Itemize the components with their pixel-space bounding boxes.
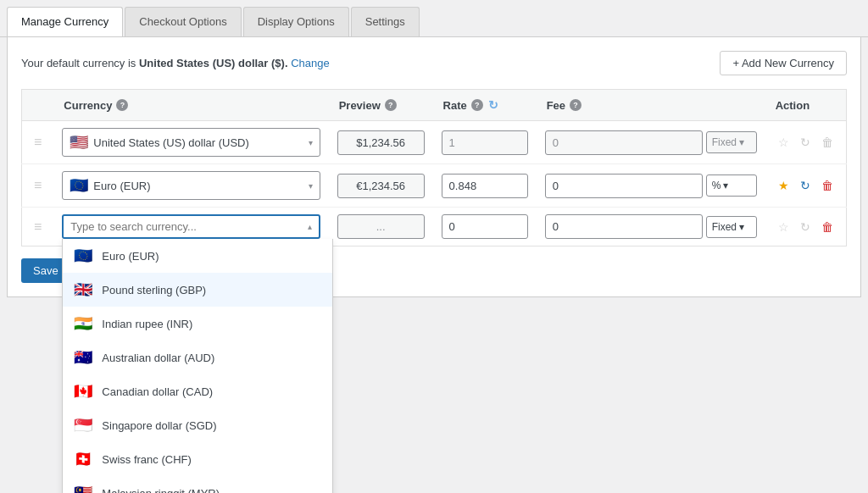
dropdown-flag: 🇪🇺 — [73, 246, 93, 265]
fee-type-chevron-new: ▾ — [739, 221, 744, 233]
fee-type-select-eur[interactable]: % ▾ — [706, 174, 757, 197]
currency-help-icon[interactable]: ? — [116, 99, 128, 111]
rate-cell-eur — [433, 164, 537, 208]
rate-refresh-icon[interactable]: ↻ — [488, 98, 498, 112]
flag-eur: 🇪🇺 — [70, 176, 88, 195]
action-icons-usd: ☆ ↻ 🗑 — [774, 134, 837, 151]
drag-handle-cell-new: ≡ — [22, 208, 54, 246]
dropdown-item[interactable]: 🇲🇾 Malaysian ringgit (MYR) — [63, 476, 332, 493]
preview-header-label: Preview — [339, 99, 381, 112]
preview-cell-usd — [329, 121, 433, 164]
dropdown-flag: 🇨🇦 — [73, 382, 93, 401]
content-area: Your default currency is United States (… — [7, 37, 861, 297]
tab-display-options[interactable]: Display Options — [243, 7, 349, 36]
trash-icon-eur[interactable]: 🗑 — [819, 177, 836, 194]
dropdown-item[interactable]: 🇨🇭 Swiss franc (CHF) — [63, 442, 332, 476]
tab-settings[interactable]: Settings — [351, 7, 420, 36]
drag-handle-cell: ≡ — [22, 164, 54, 208]
fee-type-chevron-eur: ▾ — [723, 180, 728, 191]
star-icon-new[interactable]: ☆ — [775, 219, 792, 235]
dropdown-flag: 🇨🇭 — [73, 450, 93, 468]
fee-input-usd — [545, 130, 703, 155]
dropdown-item-label: Pound sterling (GBP) — [102, 284, 206, 296]
table-row-new: ≡ ▴ 🇪🇺 Euro (EUR) — [22, 208, 847, 246]
fee-input-eur[interactable] — [545, 174, 703, 198]
chevron-down-icon: ▾ — [309, 181, 313, 191]
action-cell-eur: ★ ↻ 🗑 — [765, 164, 847, 208]
currency-select-eur[interactable]: 🇪🇺 Euro (EUR) ▾ — [62, 171, 320, 200]
rate-input-new[interactable] — [442, 214, 528, 239]
th-action: Action — [765, 90, 847, 121]
currency-select-usd[interactable]: 🇺🇸 United States (US) dollar (USD) ▾ — [62, 128, 320, 157]
dropdown-item[interactable]: 🇨🇦 Canadian dollar (CAD) — [63, 374, 332, 408]
fee-type-select-usd: Fixed ▾ — [706, 131, 757, 153]
th-preview: Preview ? — [329, 90, 433, 121]
change-link[interactable]: Change — [291, 57, 330, 69]
preview-cell-new — [329, 208, 433, 246]
currency-header-label: Currency — [64, 99, 112, 112]
rate-cell-new — [433, 208, 537, 246]
dropdown-item-label: Swiss franc (CHF) — [102, 453, 191, 466]
fee-wrapper-usd: Fixed ▾ — [545, 130, 757, 155]
currency-cell-usd: 🇺🇸 United States (US) dollar (USD) ▾ — [53, 121, 328, 164]
action-icons-new: ☆ ↻ 🗑 — [774, 219, 837, 235]
fee-type-select-new[interactable]: Fixed ▾ — [706, 216, 757, 238]
tabs-bar: Manage Currency Checkout Options Display… — [0, 0, 868, 37]
currency-search-input[interactable] — [70, 220, 302, 233]
th-fee: Fee ? — [537, 90, 765, 121]
dropdown-item[interactable]: 🇬🇧 Pound sterling (GBP) — [63, 273, 332, 307]
fee-wrapper-new: Fixed ▾ — [545, 214, 757, 239]
th-currency: Currency ? — [53, 90, 328, 121]
add-new-currency-button[interactable]: + Add New Currency — [720, 51, 847, 75]
fee-type-chevron-usd: ▾ — [739, 136, 744, 148]
dropdown-item-label: Canadian dollar (CAD) — [102, 385, 213, 398]
page-wrapper: Manage Currency Checkout Options Display… — [0, 0, 868, 297]
currency-search-wrapper[interactable]: ▴ — [62, 214, 320, 239]
dropdown-item[interactable]: 🇪🇺 Euro (EUR) — [63, 239, 332, 273]
dropdown-flag: 🇬🇧 — [73, 280, 93, 299]
rate-input-eur[interactable] — [442, 174, 528, 198]
currency-name-usd: United States (US) dollar (USD) — [93, 136, 303, 149]
fee-type-label-eur: % — [712, 180, 721, 191]
fee-help-icon[interactable]: ? — [570, 99, 581, 111]
star-icon-eur[interactable]: ★ — [775, 177, 792, 194]
currency-table: Currency ? Preview ? Rate ? — [21, 89, 847, 246]
refresh-icon-usd[interactable]: ↻ — [797, 134, 814, 151]
star-icon-usd[interactable]: ☆ — [775, 134, 792, 151]
preview-input-usd — [337, 130, 425, 155]
fee-input-new[interactable] — [545, 214, 703, 239]
fee-header-label: Fee — [547, 99, 565, 112]
dropdown-item[interactable]: 🇸🇬 Singapore dollar (SGD) — [63, 408, 332, 442]
refresh-icon-new[interactable]: ↻ — [797, 219, 814, 235]
dropdown-flag: 🇮🇳 — [73, 314, 93, 333]
trash-icon-usd[interactable]: 🗑 — [819, 134, 836, 151]
fee-cell-new: Fixed ▾ — [537, 208, 765, 246]
default-currency-name: United States (US) dollar ($). — [139, 57, 288, 69]
dropdown-item[interactable]: 🇦🇺 Australian dollar (AUD) — [63, 341, 332, 374]
preview-input-eur — [337, 174, 425, 198]
fee-type-label-new: Fixed — [712, 221, 737, 233]
rate-help-icon[interactable]: ? — [471, 99, 483, 111]
drag-handle-icon[interactable]: ≡ — [31, 135, 45, 149]
drag-handle-icon[interactable]: ≡ — [31, 178, 45, 192]
preview-cell-eur — [329, 164, 433, 208]
rate-header-label: Rate — [443, 99, 467, 112]
currency-cell-eur: 🇪🇺 Euro (EUR) ▾ — [53, 164, 328, 208]
currency-dropdown-wrapper: ▴ 🇪🇺 Euro (EUR) 🇬🇧 Pound sterling (GBP) — [62, 214, 320, 239]
action-header-label: Action — [776, 99, 810, 112]
dropdown-item[interactable]: 🇮🇳 Indian rupee (INR) — [63, 307, 332, 341]
info-text: Your default currency is United States (… — [21, 57, 330, 69]
dropdown-item-label: Singapore dollar (SGD) — [102, 419, 216, 432]
refresh-icon-eur[interactable]: ↻ — [797, 177, 814, 194]
fee-cell-usd: Fixed ▾ — [537, 121, 765, 164]
drag-handle-icon-new[interactable]: ≡ — [31, 219, 45, 234]
th-drag — [22, 90, 54, 121]
tab-checkout-options[interactable]: Checkout Options — [125, 7, 241, 36]
dropdown-item-label: Indian rupee (INR) — [102, 318, 192, 330]
tab-manage-currency[interactable]: Manage Currency — [7, 7, 123, 36]
chevron-down-icon: ▾ — [309, 138, 313, 147]
trash-icon-new[interactable]: 🗑 — [819, 219, 836, 235]
preview-help-icon[interactable]: ? — [385, 99, 397, 111]
th-rate: Rate ? ↻ — [433, 90, 537, 121]
dropdown-item-label: Euro (EUR) — [102, 250, 159, 263]
